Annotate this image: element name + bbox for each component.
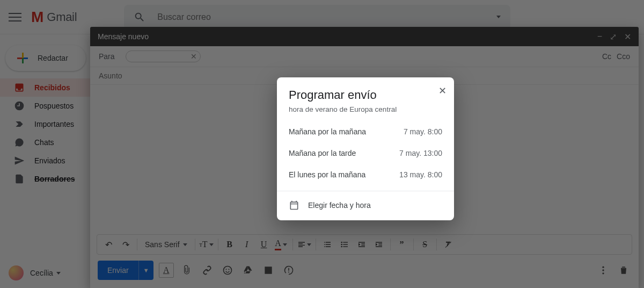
schedule-option-time: 7 may. 13:00 xyxy=(399,149,442,157)
calendar-icon xyxy=(289,200,299,211)
modal-timezone: hora de verano de Europa central xyxy=(289,105,442,113)
schedule-send-modal: ✕ Programar envío hora de verano de Euro… xyxy=(277,77,454,220)
pick-date-time-label: Elegir fecha y hora xyxy=(308,201,371,210)
schedule-option-time: 7 may. 8:00 xyxy=(404,127,442,136)
schedule-option-label: El lunes por la mañana xyxy=(289,170,365,179)
schedule-option[interactable]: El lunes por la mañana 13 may. 8:00 xyxy=(277,164,454,185)
schedule-option-label: Mañana por la tarde xyxy=(289,149,356,157)
modal-close-icon[interactable]: ✕ xyxy=(438,85,447,97)
schedule-option[interactable]: Mañana por la tarde 7 may. 13:00 xyxy=(277,142,454,164)
modal-title: Programar envío xyxy=(289,88,442,102)
pick-date-time-button[interactable]: Elegir fecha y hora xyxy=(277,191,454,220)
schedule-option-label: Mañana por la mañana xyxy=(289,127,366,136)
schedule-option[interactable]: Mañana por la mañana 7 may. 8:00 xyxy=(277,121,454,142)
schedule-option-time: 13 may. 8:00 xyxy=(399,170,442,179)
